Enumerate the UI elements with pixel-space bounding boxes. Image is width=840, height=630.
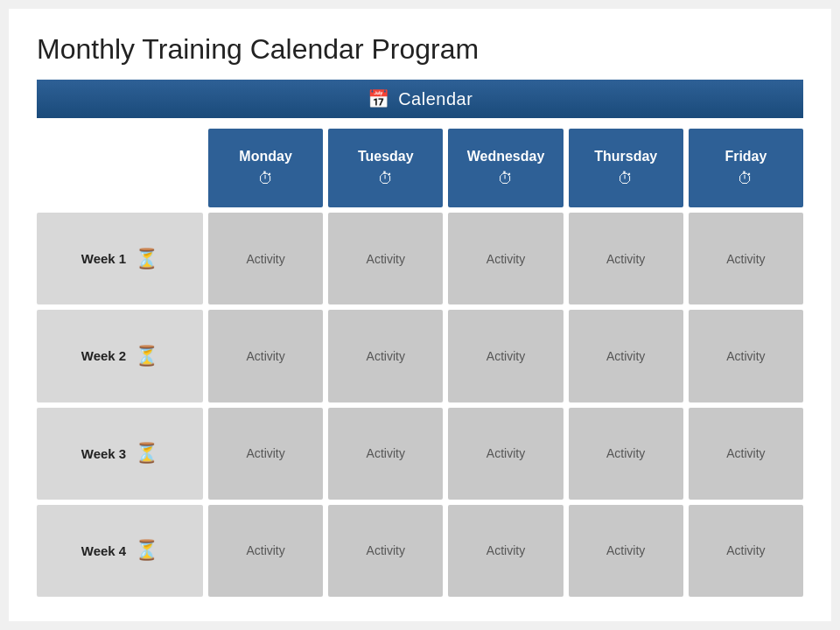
activity-w3-wed: Activity bbox=[448, 408, 563, 500]
day-header-monday: Monday ⏱ bbox=[208, 129, 323, 207]
week-label-1: Week 1 ⏳ bbox=[37, 213, 203, 304]
day-header-friday: Friday ⏱ bbox=[689, 129, 803, 207]
hourglass-icon-week1: ⏳ bbox=[135, 248, 158, 270]
day-name-wednesday: Wednesday bbox=[467, 149, 545, 164]
week-label-4: Week 4 ⏳ bbox=[37, 505, 203, 597]
calendar-grid: Monday ⏱ Tuesday ⏱ Wednesday ⏱ Thursday … bbox=[37, 129, 803, 597]
activity-w1-mon: Activity bbox=[208, 213, 323, 304]
stopwatch-icon-thursday: ⏱ bbox=[618, 170, 634, 188]
day-header-tuesday: Tuesday ⏱ bbox=[328, 129, 443, 207]
week-2-label: Week 2 bbox=[81, 348, 126, 363]
activity-w3-tue: Activity bbox=[328, 408, 443, 500]
activity-w3-thu: Activity bbox=[569, 408, 683, 500]
activity-w1-wed: Activity bbox=[448, 213, 563, 304]
calendar-header-bar: 📅 Calendar bbox=[37, 80, 803, 118]
activity-w2-wed: Activity bbox=[448, 310, 563, 402]
hourglass-icon-week4: ⏳ bbox=[135, 539, 158, 562]
hourglass-icon-week2: ⏳ bbox=[135, 345, 158, 368]
header-empty-cell bbox=[37, 129, 203, 207]
activity-w2-tue: Activity bbox=[328, 310, 443, 402]
activity-w4-tue: Activity bbox=[328, 505, 443, 597]
activity-w2-mon: Activity bbox=[208, 310, 323, 402]
activity-w4-wed: Activity bbox=[448, 505, 563, 597]
activity-w4-fri: Activity bbox=[689, 505, 803, 597]
activity-w1-tue: Activity bbox=[328, 213, 443, 304]
week-3-label: Week 3 bbox=[81, 446, 126, 461]
stopwatch-icon-monday: ⏱ bbox=[258, 170, 274, 188]
activity-w2-thu: Activity bbox=[569, 310, 683, 402]
slide-title: Monthly Training Calendar Program bbox=[37, 33, 803, 66]
activity-w4-mon: Activity bbox=[208, 505, 323, 597]
stopwatch-icon-tuesday: ⏱ bbox=[378, 170, 394, 188]
activity-w2-fri: Activity bbox=[689, 310, 803, 402]
day-name-thursday: Thursday bbox=[594, 149, 657, 164]
calendar-header-label: Calendar bbox=[398, 89, 472, 109]
day-name-friday: Friday bbox=[724, 149, 766, 164]
hourglass-icon-week3: ⏳ bbox=[135, 442, 158, 465]
activity-w3-mon: Activity bbox=[208, 408, 323, 500]
activity-w3-fri: Activity bbox=[689, 408, 803, 500]
slide: Monthly Training Calendar Program 📅 Cale… bbox=[9, 9, 831, 621]
week-label-3: Week 3 ⏳ bbox=[37, 408, 203, 500]
day-name-tuesday: Tuesday bbox=[358, 149, 414, 164]
activity-w1-fri: Activity bbox=[689, 213, 803, 304]
activity-w1-thu: Activity bbox=[569, 213, 683, 304]
stopwatch-icon-friday: ⏱ bbox=[738, 170, 753, 188]
week-label-2: Week 2 ⏳ bbox=[37, 310, 203, 402]
calendar-icon: 📅 bbox=[368, 88, 390, 109]
day-header-thursday: Thursday ⏱ bbox=[569, 129, 683, 207]
day-header-wednesday: Wednesday ⏱ bbox=[448, 129, 563, 207]
week-4-label: Week 4 bbox=[81, 543, 126, 558]
activity-w4-thu: Activity bbox=[569, 505, 683, 597]
week-1-label: Week 1 bbox=[81, 251, 126, 266]
stopwatch-icon-wednesday: ⏱ bbox=[498, 170, 514, 188]
day-name-monday: Monday bbox=[239, 149, 291, 164]
